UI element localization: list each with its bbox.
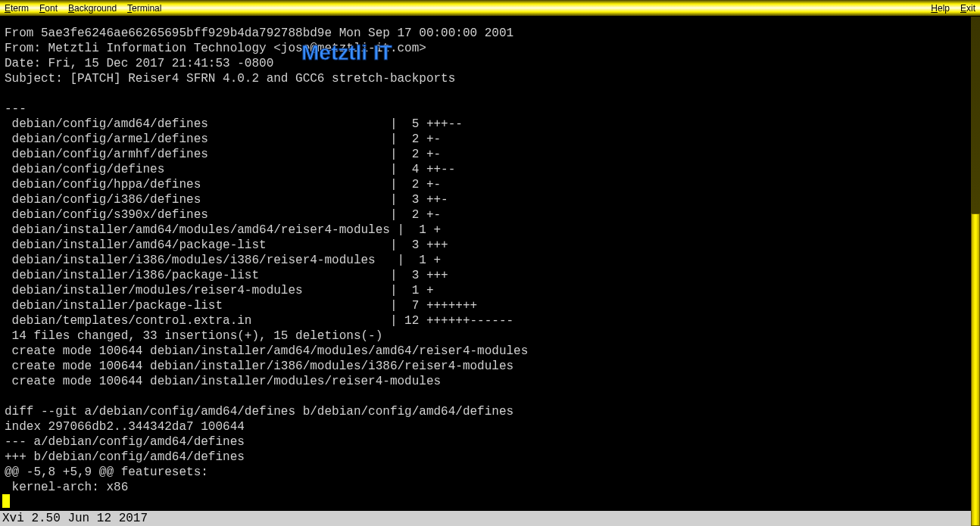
menu-font[interactable]: Font [39, 3, 58, 14]
menubar-right: Help Exit [931, 3, 975, 14]
terminal-content[interactable]: From 5ae3fe6246ae66265695bff929b4da79278… [2, 17, 971, 509]
menubar: Eterm Font Background Terminal Help Exit [0, 0, 980, 17]
scrollbar-thumb[interactable] [971, 213, 980, 526]
text-cursor [2, 494, 10, 508]
menu-background[interactable]: Background [68, 3, 117, 14]
menu-eterm[interactable]: Eterm [5, 3, 29, 14]
scrollbar[interactable] [971, 17, 980, 526]
menu-help[interactable]: Help [931, 3, 950, 14]
eterm-window: Eterm Font Background Terminal Help Exit [0, 0, 980, 526]
menu-exit[interactable]: Exit [960, 3, 975, 14]
editor-statusbar: Xvi 2.50 Jun 12 2017 [0, 511, 980, 526]
menubar-left: Eterm Font Background Terminal [5, 3, 161, 14]
menu-terminal[interactable]: Terminal [127, 3, 161, 14]
